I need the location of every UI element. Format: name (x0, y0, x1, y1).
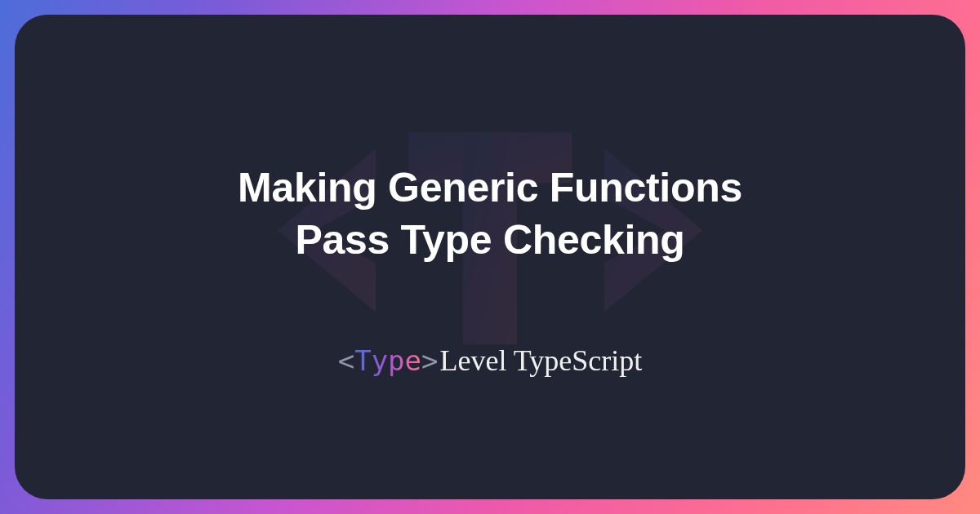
card: Making Generic Functions Pass Type Check… (15, 15, 965, 499)
brand-rest: Level TypeScript (440, 343, 643, 378)
bracket-open: < (338, 344, 354, 377)
brand-wordmark: <Type>Level TypeScript (338, 343, 643, 378)
page-title: Making Generic Functions Pass Type Check… (238, 162, 742, 266)
bracket-close: > (421, 344, 438, 377)
gradient-frame: Making Generic Functions Pass Type Check… (0, 0, 980, 514)
content: Making Generic Functions Pass Type Check… (238, 137, 742, 378)
brand-type-word: Type (354, 344, 421, 377)
title-line-1: Making Generic Functions (238, 165, 742, 210)
title-line-2: Pass Type Checking (295, 217, 684, 263)
